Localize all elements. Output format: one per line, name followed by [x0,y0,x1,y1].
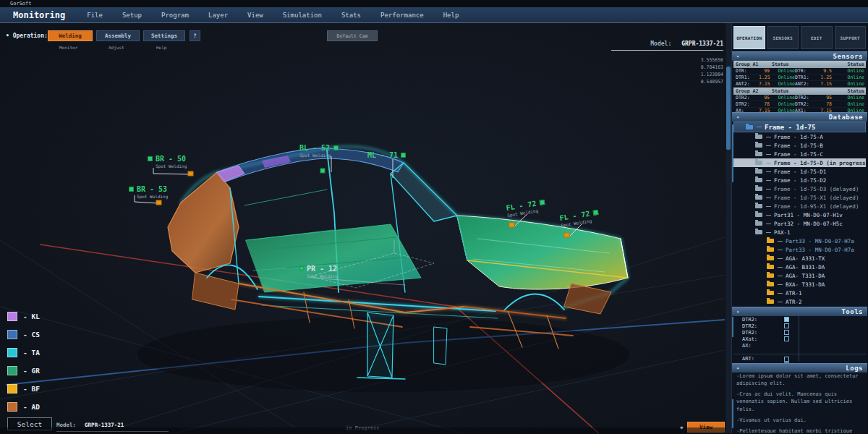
logs-section-header[interactable]: ✦ Logs [732,363,867,373]
tree-item[interactable]: Frame - 1d-75-D2 [733,176,866,184]
sensor-group-header: Group A1 Status Status [733,61,866,68]
legend-item: - KL [7,307,40,326]
tree-item-delayed[interactable]: Frame - 1d-95-X1 (delayed) [733,202,866,210]
log-entry: -Pellentesque habitant morbi tristique s… [736,427,865,433]
weld-annotation-br50[interactable]: BR - 50Spot Welding [148,155,187,169]
section-marker-icon: ✦ [736,309,739,315]
sensor-group-header: Group A2 Status Status [733,88,866,95]
tree-item[interactable]: Frame - 1d-75-A [733,132,866,141]
welding-sub-label: Monitor [59,45,77,50]
menu-stats[interactable]: Stats [341,12,361,19]
legend-swatch-ad [7,402,17,412]
section-marker-icon: ✦ [736,54,739,59]
tab-operation[interactable]: OPERATION [733,26,765,49]
viewport-3d[interactable]: • Operation: Welding Assembly Settings ?… [0,23,725,433]
folder-icon [755,187,762,191]
sensor-table: Group A1 Status Status DTR:99Online DTR:… [733,61,866,114]
app-title: GorSoft [10,1,32,7]
weld-annotation-ml71[interactable]: ML - 71 [367,151,406,160]
viewport-scrollbar[interactable] [725,23,731,433]
tree-item[interactable]: Part33 - MN-D0-07-H7a [733,245,866,254]
tree-item[interactable]: Frame - 1d-75-B [733,141,866,150]
weld-marker-icon [401,153,406,158]
menu-layer[interactable]: Layer [208,12,228,19]
checkbox-dtr2[interactable] [784,330,789,335]
checkbox-dtr2[interactable] [784,323,789,328]
tools-scrollbar[interactable] [732,317,733,337]
tree-item[interactable]: Part32 - MN-D0-07-H5c [733,219,866,228]
weld-annotation-pr12[interactable]: PR - 12Spot Welding [299,265,338,278]
checkbox-dtr2-checked[interactable] [784,317,789,322]
sensor-row: DTR2:95Online DTR2:95Online [733,95,866,101]
folder-icon [767,282,774,286]
folder-icon [767,265,774,269]
tree-item[interactable]: Frame - 1d-75-C [733,150,866,158]
tree-item[interactable]: AGA- T331-DA [733,271,866,280]
menu-performance[interactable]: Performance [380,12,424,19]
tree-item-root[interactable]: Frame - 1d-75 [733,122,866,132]
default-cam-button[interactable]: Default Cam [327,30,378,41]
color-legend: - KL - CS - TA - GR - BF - AD [7,307,40,416]
weld-annotation-br53[interactable]: BR - 53Spot Welding [129,185,168,199]
tree-item-delayed[interactable]: Frame - 1d-75-D3 (delayed) [733,184,866,193]
app-window: GorSoft Monitoring File Setup Program La… [0,0,868,434]
assembly-button[interactable]: Assembly [96,30,140,41]
tab-edit[interactable]: EDIT [801,26,833,49]
menu-simulation[interactable]: Simulation [283,12,322,19]
tree-item[interactable]: ATR-2 [733,297,866,306]
section-marker-icon: ✦ [736,365,739,371]
menu-monitoring[interactable]: Monitoring [13,10,65,20]
folder-icon [767,273,774,278]
tree-item-selected[interactable]: Frame - 1d-75-D (in progress) [733,158,866,167]
tree-item[interactable]: BXA- T331-DA [733,280,866,289]
tree-item[interactable]: PAX-1 [733,228,866,237]
folder-icon [767,299,774,304]
tree-scrollbar[interactable] [732,124,733,182]
tree-item[interactable]: Part33 - MN-D0-07-H7a [733,237,866,245]
tree-item-delayed[interactable]: Frame - 1d-75-X1 (delayed) [733,193,866,202]
logs-scrollbar[interactable] [732,399,733,428]
folder-icon [755,152,762,156]
folder-icon [755,169,762,174]
legend-item: - TA [7,344,40,362]
legend-item: - GR [7,362,40,380]
title-bar: GorSoft [0,0,868,7]
tab-support[interactable]: SUPPORT [835,26,867,49]
readout-value: 3.555656 [611,56,723,64]
folder-icon [755,230,762,234]
menu-file[interactable]: File [87,12,103,19]
folder-icon [755,143,762,148]
tool-row: AXat: [733,336,866,342]
checkbox-axat[interactable] [784,336,789,341]
tree-item[interactable]: Frame - 1d-75-D1 [733,167,866,176]
menu-setup[interactable]: Setup [122,12,142,19]
menu-view[interactable]: View [247,12,263,19]
settings-button[interactable]: Settings [143,30,185,41]
tree-item[interactable]: AGA- A331-TX [733,254,866,263]
sensor-row: DTR2:78Online DTR2:78Online [733,101,866,108]
tree-item[interactable]: ATR-1 [733,289,866,297]
tab-sensors[interactable]: SENSORS [767,26,799,49]
checkbox-art[interactable] [784,357,789,362]
welding-button[interactable]: Welding [48,30,93,41]
legend-swatch-gr [7,366,17,375]
help-button[interactable]: ? [190,30,200,41]
menu-program[interactable]: Program [161,12,189,19]
section-marker-icon: ✦ [736,114,739,120]
right-sidebar: OPERATION SENSORS EDIT SUPPORT ✦ Sensors… [731,23,867,433]
sensors-section-header[interactable]: ✦ Sensors [732,51,867,61]
weld-annotation-bl52[interactable]: BL - 52Spot Welding [299,144,339,158]
tool-row: AX: [733,342,866,349]
model-label: Model: [650,41,671,47]
bottom-strip [0,427,725,433]
tree-item[interactable]: Part31 - MN-D0-07-H1v [733,210,866,219]
menu-help[interactable]: Help [443,12,459,19]
logs-panel: -Lorem ipsum dolor sit amet, consectetur… [736,373,865,433]
database-section-header[interactable]: ✦ Database [732,112,867,122]
tool-row: ART: [733,354,866,362]
tree-item[interactable]: AGA- B331-DA [733,263,866,271]
folder-icon [755,161,762,165]
tools-section-header[interactable]: ✦ Tools [732,307,867,316]
weld-marker-icon [593,210,599,216]
scrollbar-thumb[interactable] [726,67,731,150]
